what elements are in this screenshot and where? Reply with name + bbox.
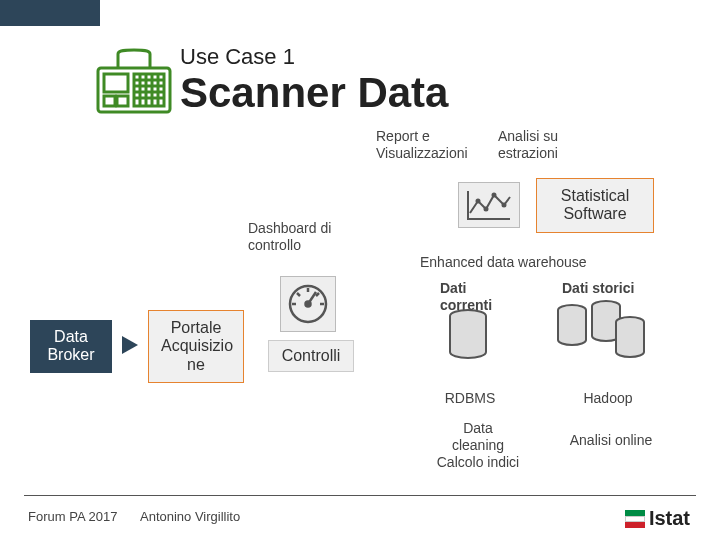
svg-rect-12 <box>117 96 128 106</box>
label-dati-storici: Dati storici <box>562 280 634 297</box>
label-analisi-online: Analisi online <box>556 432 666 449</box>
svg-line-23 <box>297 293 300 296</box>
label-dashboard: Dashboard di controllo <box>248 220 331 254</box>
footer-author: Antonino Virgillito <box>140 509 240 524</box>
page-title: Scanner Data <box>180 72 448 114</box>
svg-point-16 <box>503 204 506 207</box>
box-statistical-software: Statistical Software <box>536 178 654 233</box>
database-icon <box>446 308 490 364</box>
flag-icon <box>625 510 645 528</box>
box-data-broker-label: Data Broker <box>42 328 100 365</box>
database-icon-group <box>554 300 650 366</box>
box-portale: Portale Acquisizio ne <box>148 310 244 383</box>
box-portale-label: Portale Acquisizio ne <box>161 319 231 374</box>
svg-rect-1 <box>104 74 128 92</box>
footer-divider <box>24 495 696 496</box>
svg-point-15 <box>493 194 496 197</box>
logo-text: Istat <box>649 507 690 530</box>
label-report: Report e Visualizzazioni <box>376 128 468 162</box>
label-hadoop: Hadoop <box>568 390 648 407</box>
top-accent-bar <box>0 0 100 26</box>
label-rdbms: RDBMS <box>440 390 500 407</box>
header-block: Use Case 1 Scanner Data <box>180 44 448 114</box>
gauge-icon <box>280 276 336 332</box>
logo-istat: Istat <box>625 507 690 530</box>
use-case-label: Use Case 1 <box>180 44 448 70</box>
svg-rect-11 <box>104 96 115 106</box>
arrow-right-icon <box>122 336 138 354</box>
svg-point-13 <box>477 200 480 203</box>
line-chart-icon <box>458 182 520 228</box>
box-data-broker: Data Broker <box>30 320 112 373</box>
box-statistical-software-label: Statistical Software <box>549 187 641 224</box>
svg-point-14 <box>485 208 488 211</box>
svg-point-19 <box>306 302 311 307</box>
scanner-icon <box>96 48 172 122</box>
box-controlli: Controlli <box>268 340 354 372</box>
slide: Use Case 1 Scanner Data Report e Visuali… <box>0 0 720 540</box>
label-analisi-estrazioni: Analisi su estrazioni <box>498 128 558 162</box>
box-controlli-label: Controlli <box>282 347 341 364</box>
footer-event: Forum PA 2017 <box>28 509 117 524</box>
label-enhanced-dw: Enhanced data warehouse <box>420 254 587 271</box>
label-data-cleaning: Data cleaning Calcolo indici <box>428 420 528 470</box>
